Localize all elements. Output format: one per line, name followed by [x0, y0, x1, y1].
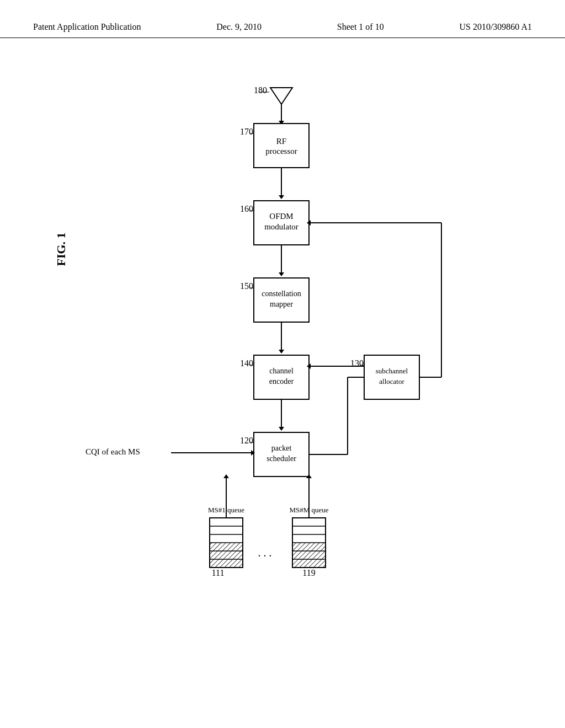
svg-text:mapper: mapper: [270, 300, 293, 308]
patent-number: US 2010/309860 A1: [459, 22, 532, 32]
svg-text:140: 140: [240, 358, 253, 368]
svg-text:RF: RF: [276, 137, 286, 146]
svg-marker-20: [279, 272, 284, 276]
page-header: Patent Application Publication Dec. 9, 2…: [0, 0, 565, 38]
svg-text:channel: channel: [269, 367, 294, 375]
svg-rect-81: [254, 124, 309, 168]
svg-marker-13: [279, 195, 284, 199]
svg-text:processor: processor: [265, 147, 297, 156]
svg-text:180: 180: [254, 85, 267, 95]
svg-rect-75: [292, 543, 326, 568]
svg-marker-34: [279, 427, 284, 431]
svg-text:scheduler: scheduler: [266, 454, 296, 463]
svg-text:120: 120: [240, 436, 253, 445]
svg-text:CQI of each MS: CQI of each MS: [86, 447, 140, 456]
svg-text:allocator: allocator: [379, 377, 404, 386]
svg-text:160: 160: [240, 204, 253, 213]
svg-text:150: 150: [240, 281, 253, 291]
svg-marker-0: [270, 88, 292, 104]
svg-text:packet: packet: [271, 444, 292, 452]
svg-text:111: 111: [212, 568, 225, 577]
svg-text:encoder: encoder: [269, 377, 294, 386]
svg-text:constellation: constellation: [262, 290, 301, 298]
svg-marker-67: [223, 474, 229, 478]
diagram-svg: 180 RF RF processor 170 OFDM modulator 1…: [0, 38, 565, 716]
svg-text:modulator: modulator: [264, 222, 299, 231]
publication-date: Dec. 9, 2010: [216, 22, 262, 32]
svg-text:subchannel: subchannel: [376, 367, 408, 375]
diagram-area: FIG. 1 180 RF RF processor 170 OFDM modu…: [0, 38, 565, 716]
svg-text:119: 119: [302, 568, 315, 577]
svg-text:170: 170: [240, 127, 253, 136]
publication-title: Patent Application Publication: [33, 22, 141, 32]
sheet-info: Sheet 1 of 10: [337, 22, 384, 32]
svg-rect-63: [210, 543, 243, 568]
svg-text:OFDM: OFDM: [269, 212, 293, 221]
svg-text:. . .: . . .: [258, 547, 272, 559]
svg-marker-27: [279, 350, 284, 354]
